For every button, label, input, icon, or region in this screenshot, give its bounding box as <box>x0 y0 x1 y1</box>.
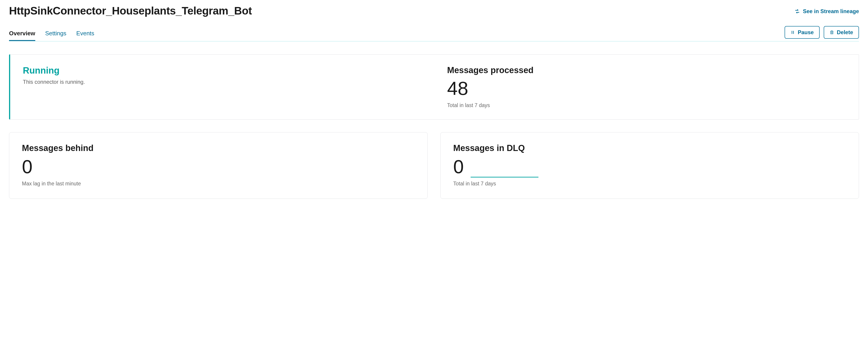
pause-icon <box>790 30 795 35</box>
stream-lineage-label: See in Stream lineage <box>803 8 859 15</box>
messages-dlq-title: Messages in DLQ <box>453 143 846 153</box>
messages-processed-title: Messages processed <box>447 65 846 75</box>
lineage-icon <box>794 8 800 14</box>
messages-dlq-value: 0 <box>453 157 464 176</box>
pause-label: Pause <box>798 29 814 35</box>
messages-behind-caption: Max lag in the last minute <box>22 180 415 187</box>
status-card: Running This connector is running. Messa… <box>9 54 859 119</box>
trash-icon <box>830 30 834 35</box>
messages-processed-caption: Total in last 7 days <box>447 102 846 108</box>
pause-button[interactable]: Pause <box>784 26 819 39</box>
page-title: HttpSinkConnector_Houseplants_Telegram_B… <box>9 4 252 17</box>
messages-behind-card: Messages behind 0 Max lag in the last mi… <box>9 132 428 199</box>
messages-behind-value: 0 <box>22 157 415 176</box>
tab-overview[interactable]: Overview <box>9 27 35 41</box>
messages-dlq-caption: Total in last 7 days <box>453 180 846 187</box>
dlq-sparkline <box>471 168 538 177</box>
tab-settings[interactable]: Settings <box>45 27 66 41</box>
status-label: Running <box>23 65 422 76</box>
messages-dlq-card: Messages in DLQ 0 Total in last 7 days <box>440 132 859 199</box>
messages-processed-value: 48 <box>447 79 846 98</box>
status-description: This connector is running. <box>23 79 422 85</box>
action-buttons: Pause Delete <box>784 26 859 41</box>
stream-lineage-link[interactable]: See in Stream lineage <box>794 8 859 15</box>
tab-events[interactable]: Events <box>76 27 94 41</box>
messages-behind-title: Messages behind <box>22 143 415 153</box>
delete-button[interactable]: Delete <box>824 26 859 39</box>
tabs: Overview Settings Events <box>9 27 94 40</box>
delete-label: Delete <box>837 29 853 35</box>
